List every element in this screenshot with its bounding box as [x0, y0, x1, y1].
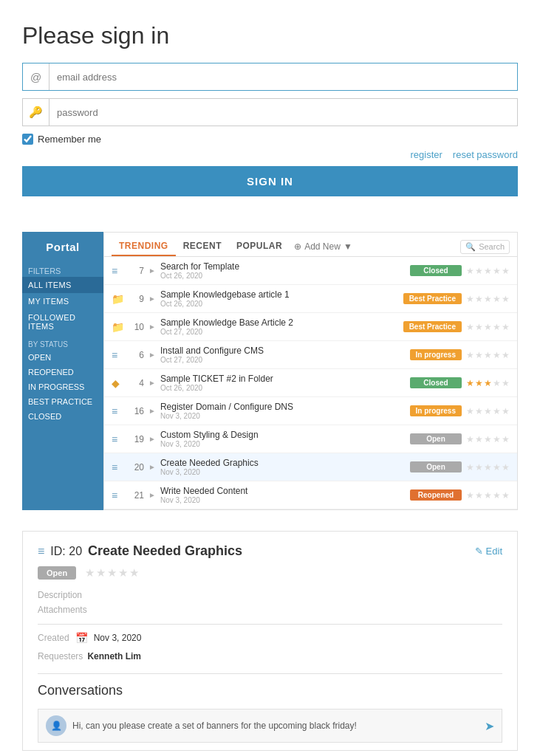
ticket-row[interactable]: ≡ 19 ► Custom Styling & Design Nov 3, 20… — [104, 425, 517, 453]
ticket-row[interactable]: ≡ 16 ► Register Domain / Configure DNS N… — [104, 397, 517, 425]
remember-checkbox[interactable] — [22, 134, 33, 145]
ticket-status-badge: Best Practice — [403, 293, 462, 304]
ticket-info: Sample Knowledge Base Article 2 Oct 27, … — [160, 317, 399, 336]
detail-stars: ★ ★ ★ ★ ★ — [85, 566, 139, 580]
ticket-row[interactable]: 📁 10 ► Sample Knowledge Base Article 2 O… — [104, 313, 517, 341]
chevron-right-icon: ► — [148, 295, 156, 303]
star-1: ★ — [466, 322, 474, 332]
ticket-number: 9 — [128, 294, 144, 304]
reset-password-link[interactable]: reset password — [453, 149, 518, 160]
ticket-folder-icon: 📁 — [112, 321, 123, 333]
portal-title: Portal — [22, 232, 103, 261]
star-2: ★ — [475, 266, 483, 276]
ticket-info: Install and Configure CMS Oct 27, 2020 — [160, 346, 406, 364]
ticket-date: Oct 27, 2020 — [160, 328, 399, 336]
status-closed[interactable]: CLOSED — [22, 409, 103, 424]
star-2: ★ — [475, 462, 483, 472]
ticket-stars: ★ ★ ★ ★ ★ — [466, 462, 510, 472]
detail-title-row: ≡ ID: 20 Create Needed Graphics — [38, 543, 242, 559]
sidebar: Portal Filters ALL ITEMS MY ITEMS FOLLOW… — [22, 232, 103, 510]
star-3: ★ — [484, 350, 492, 360]
created-label: Created — [38, 633, 69, 643]
ticket-list-icon: ≡ — [112, 461, 123, 473]
ticket-title: Write Needed Content — [160, 486, 406, 496]
chevron-right-icon: ► — [148, 435, 156, 443]
star-5: ★ — [502, 490, 510, 501]
add-new-label: Add New — [304, 241, 341, 252]
ticket-number: 4 — [128, 378, 144, 388]
search-box[interactable]: 🔍 Search — [460, 240, 510, 254]
star-4: ★ — [493, 294, 501, 304]
chat-input[interactable] — [72, 721, 479, 731]
ticket-date: Oct 26, 2020 — [160, 300, 399, 308]
ticket-number: 7 — [128, 266, 144, 276]
send-icon[interactable]: ➤ — [485, 719, 494, 733]
star-1: ★ — [466, 406, 474, 416]
chevron-right-icon: ► — [148, 407, 156, 415]
detail-star-5[interactable]: ★ — [129, 566, 139, 580]
password-icon: 🔑 — [23, 99, 49, 126]
ticket-number: 6 — [128, 350, 144, 360]
ticket-title: Sample Knowledge Base Article 2 — [160, 317, 399, 328]
ticket-folder-icon: 📁 — [112, 293, 123, 305]
chevron-right-icon: ► — [148, 491, 156, 499]
ticket-row[interactable]: ≡ 6 ► Install and Configure CMS Oct 27, … — [104, 341, 517, 369]
status-reopened[interactable]: REOPENED — [22, 365, 103, 379]
detail-star-3[interactable]: ★ — [107, 566, 117, 580]
ticket-number: 21 — [128, 490, 144, 501]
star-3: ★ — [484, 490, 492, 501]
email-input[interactable] — [49, 66, 517, 89]
status-in-progress[interactable]: IN PROGRESS — [22, 379, 103, 394]
edit-link[interactable]: ✎ Edit — [475, 546, 502, 557]
tab-popular[interactable]: POPULAR — [229, 237, 290, 256]
requesters-label: Requesters — [38, 651, 83, 662]
detail-status-badge: Open — [38, 566, 76, 580]
star-1: ★ — [466, 462, 474, 472]
portal-section: Portal Filters ALL ITEMS MY ITEMS FOLLOW… — [22, 232, 518, 510]
password-input-row: 🔑 — [22, 98, 518, 126]
status-best-practice[interactable]: BEST PRACTICE — [22, 394, 103, 409]
ticket-row[interactable]: ≡ 20 ► Create Needed Graphics Nov 3, 202… — [104, 453, 517, 481]
ticket-title: Custom Styling & Design — [160, 430, 406, 440]
ticket-status-badge: Closed — [410, 377, 462, 388]
ticket-date: Nov 3, 2020 — [160, 412, 406, 420]
detail-star-1[interactable]: ★ — [85, 566, 95, 580]
ticket-row[interactable]: 📁 9 ► Sample Knowledgebase article 1 Oct… — [104, 285, 517, 313]
add-new-button[interactable]: ⊕ Add New ▼ — [290, 238, 357, 255]
star-4: ★ — [493, 462, 501, 472]
ticket-status-badge: Open — [410, 433, 462, 444]
star-3: ★ — [484, 266, 492, 276]
auth-links-row: register reset password — [22, 149, 518, 160]
ticket-status-badge: In progress — [410, 405, 462, 416]
created-row: Created 📅 Nov 3, 2020 — [38, 632, 502, 644]
ticket-number: 16 — [128, 406, 144, 416]
ticket-row[interactable]: ≡ 7 ► Search for Template Oct 26, 2020 C… — [104, 257, 517, 285]
requesters-row: Requesters Kenneth Lim — [38, 651, 502, 662]
tab-recent[interactable]: RECENT — [176, 237, 229, 256]
detail-star-4[interactable]: ★ — [118, 566, 128, 580]
sidebar-item-followed-items[interactable]: FOLLOWED ITEMS — [22, 309, 103, 334]
ticket-stars: ★ ★ ★ ★ ★ — [466, 350, 510, 360]
password-input[interactable] — [49, 101, 517, 124]
sidebar-item-my-items[interactable]: MY ITEMS — [22, 293, 103, 309]
star-3: ★ — [484, 294, 492, 304]
ticket-date: Nov 3, 2020 — [160, 496, 406, 504]
detail-star-2[interactable]: ★ — [96, 566, 106, 580]
ticket-list-icon: ≡ — [112, 349, 123, 361]
register-link[interactable]: register — [410, 149, 442, 160]
conversations-title: Conversations — [38, 683, 502, 698]
ticket-row[interactable]: ◆ 4 ► Sample TICKET #2 in Folder Oct 26,… — [104, 369, 517, 397]
ticket-title: Register Domain / Configure DNS — [160, 402, 406, 412]
star-5: ★ — [502, 322, 510, 332]
ticket-row[interactable]: ≡ 21 ► Write Needed Content Nov 3, 2020 … — [104, 481, 517, 509]
star-2: ★ — [475, 294, 483, 304]
status-open[interactable]: OPEN — [22, 350, 103, 365]
chevron-down-icon: ▼ — [344, 241, 352, 252]
sign-in-button[interactable]: SIGN IN — [22, 166, 518, 196]
tab-trending[interactable]: TRENDING — [112, 237, 176, 256]
star-1: ★ — [466, 378, 474, 388]
star-4: ★ — [493, 322, 501, 332]
star-3: ★ — [484, 462, 492, 472]
sidebar-item-all-items[interactable]: ALL ITEMS — [22, 277, 103, 293]
ticket-status-badge: Closed — [410, 265, 462, 276]
